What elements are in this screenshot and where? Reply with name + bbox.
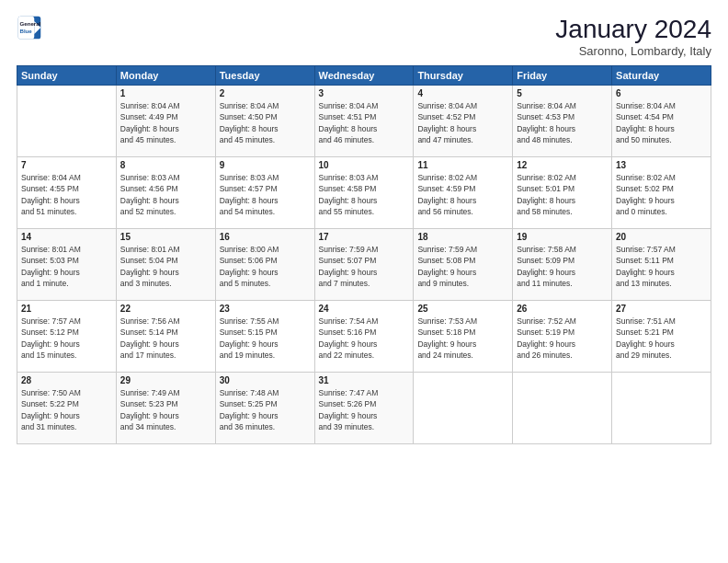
day-info: Sunrise: 7:52 AM Sunset: 5:19 PM Dayligh… [517,316,608,361]
day-info: Sunrise: 7:59 AM Sunset: 5:07 PM Dayligh… [319,244,410,289]
day-number: 22 [120,304,211,314]
calendar-cell: 31Sunrise: 7:47 AM Sunset: 5:26 PM Dayli… [314,373,414,444]
day-number: 1 [120,88,211,98]
calendar-cell: 23Sunrise: 7:55 AM Sunset: 5:15 PM Dayli… [215,301,314,373]
day-number: 10 [319,160,410,170]
day-number: 20 [616,232,707,242]
logo-icon: General Blue [17,15,42,40]
week-row-3: 14Sunrise: 8:01 AM Sunset: 5:03 PM Dayli… [17,229,711,301]
day-number: 18 [417,232,508,242]
day-number: 5 [517,88,608,98]
calendar-cell: 11Sunrise: 8:02 AM Sunset: 4:59 PM Dayli… [414,157,513,229]
day-number: 23 [220,304,311,314]
day-number: 15 [120,232,211,242]
calendar-cell: 6Sunrise: 8:04 AM Sunset: 4:54 PM Daylig… [612,86,711,157]
day-info: Sunrise: 7:58 AM Sunset: 5:09 PM Dayligh… [517,244,608,289]
day-number: 11 [417,160,508,170]
day-info: Sunrise: 7:49 AM Sunset: 5:23 PM Dayligh… [120,387,211,432]
day-number: 28 [21,375,112,385]
weekday-header-monday: Monday [116,66,215,86]
week-row-1: 1Sunrise: 8:04 AM Sunset: 4:49 PM Daylig… [17,86,711,157]
calendar-cell: 22Sunrise: 7:56 AM Sunset: 5:14 PM Dayli… [116,301,215,373]
weekday-header-row: SundayMondayTuesdayWednesdayThursdayFrid… [17,66,711,86]
weekday-header-thursday: Thursday [414,66,513,86]
day-info: Sunrise: 8:01 AM Sunset: 5:04 PM Dayligh… [120,244,211,289]
day-number: 19 [517,232,608,242]
day-number: 4 [417,88,508,98]
day-number: 24 [319,304,410,314]
day-info: Sunrise: 8:03 AM Sunset: 4:56 PM Dayligh… [120,172,211,217]
svg-text:Blue: Blue [20,28,33,34]
calendar-cell [513,373,612,444]
day-info: Sunrise: 8:04 AM Sunset: 4:50 PM Dayligh… [220,100,311,145]
day-number: 14 [21,232,112,242]
svg-text:General: General [20,20,41,27]
day-number: 12 [517,160,608,170]
day-info: Sunrise: 7:50 AM Sunset: 5:22 PM Dayligh… [21,387,112,432]
day-number: 17 [319,232,410,242]
week-row-4: 21Sunrise: 7:57 AM Sunset: 5:12 PM Dayli… [17,301,711,373]
calendar-cell: 18Sunrise: 7:59 AM Sunset: 5:08 PM Dayli… [414,229,513,301]
weekday-header-sunday: Sunday [17,66,117,86]
day-info: Sunrise: 7:57 AM Sunset: 5:11 PM Dayligh… [616,244,707,289]
calendar-cell: 10Sunrise: 8:03 AM Sunset: 4:58 PM Dayli… [314,157,414,229]
weekday-header-saturday: Saturday [612,66,711,86]
calendar-cell: 2Sunrise: 8:04 AM Sunset: 4:50 PM Daylig… [215,86,314,157]
calendar-cell: 17Sunrise: 7:59 AM Sunset: 5:07 PM Dayli… [314,229,414,301]
day-info: Sunrise: 7:57 AM Sunset: 5:12 PM Dayligh… [21,316,112,361]
title-block: January 2024 Saronno, Lombardy, Italy [555,15,711,58]
day-info: Sunrise: 8:04 AM Sunset: 4:51 PM Dayligh… [319,100,410,145]
day-info: Sunrise: 8:02 AM Sunset: 5:02 PM Dayligh… [616,172,707,217]
day-info: Sunrise: 7:55 AM Sunset: 5:15 PM Dayligh… [220,316,311,361]
calendar-cell: 27Sunrise: 7:51 AM Sunset: 5:21 PM Dayli… [612,301,711,373]
calendar-cell: 21Sunrise: 7:57 AM Sunset: 5:12 PM Dayli… [17,301,117,373]
day-info: Sunrise: 8:00 AM Sunset: 5:06 PM Dayligh… [220,244,311,289]
calendar-cell: 25Sunrise: 7:53 AM Sunset: 5:18 PM Dayli… [414,301,513,373]
calendar-cell: 14Sunrise: 8:01 AM Sunset: 5:03 PM Dayli… [17,229,117,301]
week-row-5: 28Sunrise: 7:50 AM Sunset: 5:22 PM Dayli… [17,373,711,444]
calendar-table: SundayMondayTuesdayWednesdayThursdayFrid… [17,65,711,444]
weekday-header-tuesday: Tuesday [215,66,314,86]
calendar-cell: 19Sunrise: 7:58 AM Sunset: 5:09 PM Dayli… [513,229,612,301]
calendar-cell: 12Sunrise: 8:02 AM Sunset: 5:01 PM Dayli… [513,157,612,229]
calendar-cell: 9Sunrise: 8:03 AM Sunset: 4:57 PM Daylig… [215,157,314,229]
day-info: Sunrise: 7:51 AM Sunset: 5:21 PM Dayligh… [616,316,707,361]
day-number: 21 [21,304,112,314]
week-row-2: 7Sunrise: 8:04 AM Sunset: 4:55 PM Daylig… [17,157,711,229]
day-info: Sunrise: 8:04 AM Sunset: 4:55 PM Dayligh… [21,172,112,217]
weekday-header-wednesday: Wednesday [314,66,414,86]
day-number: 25 [417,304,508,314]
calendar-cell: 1Sunrise: 8:04 AM Sunset: 4:49 PM Daylig… [116,86,215,157]
day-info: Sunrise: 8:04 AM Sunset: 4:52 PM Dayligh… [417,100,508,145]
calendar-cell: 28Sunrise: 7:50 AM Sunset: 5:22 PM Dayli… [17,373,117,444]
calendar-cell: 7Sunrise: 8:04 AM Sunset: 4:55 PM Daylig… [17,157,117,229]
main-title: January 2024 [555,15,711,44]
day-number: 30 [220,375,311,385]
day-number: 2 [220,88,311,98]
day-info: Sunrise: 7:48 AM Sunset: 5:25 PM Dayligh… [220,387,311,432]
calendar-cell: 24Sunrise: 7:54 AM Sunset: 5:16 PM Dayli… [314,301,414,373]
calendar-cell: 16Sunrise: 8:00 AM Sunset: 5:06 PM Dayli… [215,229,314,301]
day-number: 31 [319,375,410,385]
calendar-cell: 15Sunrise: 8:01 AM Sunset: 5:04 PM Dayli… [116,229,215,301]
day-number: 29 [120,375,211,385]
day-info: Sunrise: 8:04 AM Sunset: 4:49 PM Dayligh… [120,100,211,145]
day-number: 26 [517,304,608,314]
logo: General Blue [17,15,42,40]
day-info: Sunrise: 8:04 AM Sunset: 4:53 PM Dayligh… [517,100,608,145]
day-info: Sunrise: 8:04 AM Sunset: 4:54 PM Dayligh… [616,100,707,145]
day-info: Sunrise: 8:02 AM Sunset: 4:59 PM Dayligh… [417,172,508,217]
day-number: 9 [220,160,311,170]
calendar-cell: 30Sunrise: 7:48 AM Sunset: 5:25 PM Dayli… [215,373,314,444]
calendar-cell: 3Sunrise: 8:04 AM Sunset: 4:51 PM Daylig… [314,86,414,157]
day-info: Sunrise: 7:53 AM Sunset: 5:18 PM Dayligh… [417,316,508,361]
day-info: Sunrise: 7:56 AM Sunset: 5:14 PM Dayligh… [120,316,211,361]
day-number: 27 [616,304,707,314]
calendar-cell [414,373,513,444]
day-info: Sunrise: 8:03 AM Sunset: 4:58 PM Dayligh… [319,172,410,217]
day-number: 8 [120,160,211,170]
day-info: Sunrise: 7:54 AM Sunset: 5:16 PM Dayligh… [319,316,410,361]
day-info: Sunrise: 8:03 AM Sunset: 4:57 PM Dayligh… [220,172,311,217]
day-info: Sunrise: 8:02 AM Sunset: 5:01 PM Dayligh… [517,172,608,217]
day-number: 16 [220,232,311,242]
